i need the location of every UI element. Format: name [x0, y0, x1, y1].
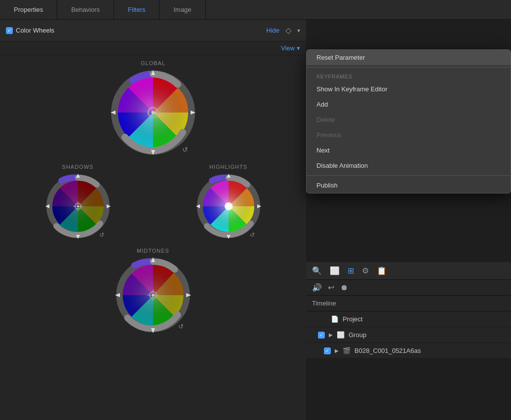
- grid-icon[interactable]: ⊞: [348, 266, 354, 275]
- group-icon: ⬜: [337, 331, 345, 339]
- audio-icon[interactable]: 🔊: [312, 283, 322, 292]
- timeline-label: Timeline: [306, 296, 511, 311]
- right-panel: Reset Parameter Keyframes Show In Keyfra…: [306, 20, 511, 420]
- gear-icon[interactable]: ⚙: [362, 266, 369, 275]
- global-wheel-section: GLOBAL: [109, 60, 197, 159]
- clip-arrow-icon[interactable]: ▶: [335, 348, 339, 353]
- record-icon[interactable]: ⏺: [340, 283, 348, 292]
- layers-icon[interactable]: 📋: [377, 266, 387, 275]
- icon-toolbar-row2: 🔊 ↩ ⏺: [306, 280, 511, 296]
- svg-point-50: [152, 294, 155, 297]
- group-arrow-icon[interactable]: ▶: [329, 332, 333, 338]
- color-wheels-toggle[interactable]: Color Wheels: [6, 27, 54, 34]
- shadows-wheel[interactable]: ↺: [43, 172, 113, 243]
- tab-properties[interactable]: Properties: [0, 0, 57, 19]
- show-in-keyframe-editor-item[interactable]: Show In Keyframe Editor: [307, 81, 511, 97]
- table-row: 📄 Project: [306, 311, 511, 327]
- tab-bar: Properties Behaviors Filters Image: [0, 0, 511, 20]
- timeline-area: 🔍 ⬜ ⊞ ⚙ 📋 🔊 ↩ ⏺ Timeline 📄 Project ▶ ⬜: [306, 262, 511, 420]
- svg-text:↺: ↺: [178, 323, 184, 330]
- hide-button[interactable]: Hide: [266, 27, 279, 34]
- chevron-down-icon[interactable]: ▾: [297, 27, 300, 34]
- midtones-wheel[interactable]: ↺: [114, 256, 193, 337]
- svg-text:↺: ↺: [182, 146, 188, 153]
- highlights-wheel[interactable]: ↺: [194, 172, 263, 243]
- keyframe-icon[interactable]: ◇: [285, 26, 291, 35]
- clip-label: B028_C001_0521A6as: [354, 347, 421, 354]
- add-item[interactable]: Add: [307, 97, 511, 112]
- publish-item[interactable]: Publish: [307, 178, 511, 193]
- disable-animation-item[interactable]: Disable Animation: [307, 158, 511, 173]
- shadows-label: SHADOWS: [62, 164, 94, 170]
- header-right: Hide ◇ ▾: [266, 26, 300, 35]
- color-wheels-header: Color Wheels Hide ◇ ▾: [0, 20, 306, 41]
- table-row: ▶ ⬜ Group: [306, 327, 511, 343]
- keyframes-section-label: Keyframes: [307, 70, 511, 81]
- shadows-wheel-section: SHADOWS: [43, 164, 113, 243]
- color-wheels-title: Color Wheels: [16, 27, 54, 34]
- tab-filters[interactable]: Filters: [114, 0, 159, 19]
- delete-item[interactable]: Delete: [307, 112, 511, 127]
- timeline-content: 📄 Project ▶ ⬜ Group ▶ 🎬 B028_C001_0521A6…: [306, 311, 511, 359]
- color-wheels-checkbox[interactable]: [6, 27, 13, 34]
- loop-icon[interactable]: ↩: [328, 283, 334, 292]
- table-row: ▶ 🎬 B028_C001_0521A6as: [306, 343, 511, 359]
- clip-icon: 🎬: [343, 347, 351, 354]
- clip-checkbox[interactable]: [324, 347, 331, 354]
- svg-point-24: [77, 205, 79, 207]
- midtones-wheel-section: MIDTONES: [114, 248, 193, 337]
- global-label: GLOBAL: [141, 60, 165, 66]
- view-label: View: [281, 44, 295, 52]
- menu-divider-1: [307, 67, 511, 68]
- icon-toolbar: 🔍 ⬜ ⊞ ⚙ 📋: [306, 262, 511, 280]
- previous-item[interactable]: Previous: [307, 127, 511, 143]
- global-wheel[interactable]: ↺: [109, 68, 197, 159]
- tab-behaviors[interactable]: Behaviors: [57, 0, 114, 19]
- highlights-wheel-section: HIGHLIGHTS: [194, 164, 263, 243]
- left-panel: Color Wheels Hide ◇ ▾ View ▾ GLOBAL: [0, 20, 306, 420]
- view-row: View ▾: [0, 41, 306, 55]
- svg-point-10: [152, 111, 155, 114]
- project-icon: 📄: [331, 315, 339, 323]
- menu-divider-2: [307, 175, 511, 176]
- svg-text:↺: ↺: [250, 231, 255, 238]
- next-item[interactable]: Next: [307, 143, 511, 158]
- group-label: Group: [349, 331, 366, 339]
- search-icon[interactable]: 🔍: [312, 266, 322, 275]
- layout-icon[interactable]: ⬜: [330, 266, 340, 275]
- tab-image[interactable]: Image: [159, 0, 205, 19]
- view-chevron-icon: ▾: [297, 44, 300, 52]
- svg-text:↺: ↺: [99, 231, 104, 238]
- wheels-container: GLOBAL: [0, 55, 306, 342]
- context-menu: Reset Parameter Keyframes Show In Keyfra…: [306, 49, 511, 193]
- reset-parameter-item[interactable]: Reset Parameter: [307, 50, 511, 65]
- svg-point-36: [227, 205, 230, 208]
- group-checkbox[interactable]: [318, 332, 325, 339]
- project-label: Project: [343, 315, 362, 323]
- view-button[interactable]: View ▾: [281, 44, 300, 52]
- highlights-label: HIGHLIGHTS: [209, 164, 247, 170]
- midtones-label: MIDTONES: [137, 248, 169, 254]
